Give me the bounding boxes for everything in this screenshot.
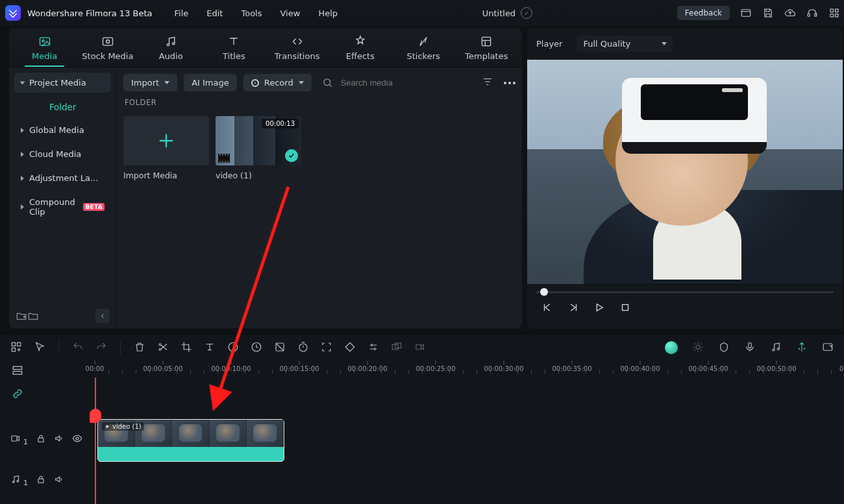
plus-icon xyxy=(157,132,175,150)
tab-stock-media[interactable]: Stock Media xyxy=(76,28,139,67)
chevron-down-icon xyxy=(299,81,304,84)
tab-titles[interactable]: Titles xyxy=(203,28,266,67)
record-icon xyxy=(251,79,259,87)
text-tool-icon[interactable] xyxy=(204,341,216,355)
tab-audio[interactable]: Audio xyxy=(140,28,203,67)
delete-icon[interactable] xyxy=(134,341,145,355)
mute-track-icon[interactable] xyxy=(54,474,64,486)
reverse-icon[interactable] xyxy=(251,341,262,355)
lock-track-icon[interactable] xyxy=(36,433,46,446)
new-folder-icon[interactable] xyxy=(16,310,27,322)
expand-timeline-icon[interactable] xyxy=(822,341,834,355)
next-frame-button[interactable] xyxy=(567,302,579,315)
search-input[interactable] xyxy=(340,77,443,88)
record-dropdown[interactable]: Record xyxy=(243,74,312,91)
keyframe-icon[interactable] xyxy=(344,341,356,355)
tab-templates[interactable]: Templates xyxy=(455,28,518,67)
folder-icon[interactable] xyxy=(27,310,39,322)
timeline-clip-video-1[interactable]: video (1) xyxy=(97,419,284,462)
svg-point-10 xyxy=(106,40,109,43)
tab-effects[interactable]: Effects xyxy=(329,28,391,67)
caret-down-icon xyxy=(20,81,25,84)
layout-icon[interactable] xyxy=(740,7,752,19)
save-icon[interactable] xyxy=(762,7,774,19)
seek-bar[interactable] xyxy=(536,290,834,294)
media-asset-video-1[interactable]: 00:00:13 video (1) xyxy=(216,116,301,180)
mute-track-icon[interactable] xyxy=(54,433,64,446)
feedback-button[interactable]: Feedback xyxy=(677,6,730,20)
document-title: Untitled xyxy=(482,8,515,18)
svg-point-37 xyxy=(76,437,79,440)
player-quality-dropdown[interactable]: Full Quality xyxy=(577,36,673,52)
menu-help[interactable]: Help xyxy=(318,8,338,18)
sidebar-item-folder[interactable]: Folder xyxy=(14,97,111,116)
color-icon[interactable] xyxy=(274,341,286,355)
tab-media[interactable]: Media xyxy=(13,28,76,67)
redo-icon[interactable] xyxy=(95,341,107,355)
svg-rect-27 xyxy=(416,344,421,350)
support-headset-icon[interactable] xyxy=(806,7,818,19)
timer-icon[interactable] xyxy=(297,341,309,355)
import-media-tile[interactable]: Import Media xyxy=(123,116,209,180)
app-logo xyxy=(5,5,21,21)
collapse-sidebar-button[interactable] xyxy=(95,309,110,323)
filter-icon[interactable] xyxy=(482,76,493,90)
tab-transitions[interactable]: Transitions xyxy=(266,28,329,67)
menu-view[interactable]: View xyxy=(280,8,301,18)
sidebar-item-adjustment-layer[interactable]: Adjustment La... xyxy=(14,168,111,188)
stop-button[interactable] xyxy=(619,302,631,315)
group-icon[interactable] xyxy=(391,341,403,355)
ai-assistant-icon[interactable] xyxy=(665,341,678,354)
playhead-handle[interactable] xyxy=(90,409,101,423)
svg-rect-17 xyxy=(18,342,21,346)
visibility-track-icon[interactable] xyxy=(72,433,82,446)
preview-viewport[interactable] xyxy=(527,60,843,284)
svg-rect-5 xyxy=(830,14,834,18)
menu-tools[interactable]: Tools xyxy=(241,8,262,18)
adjust-icon[interactable] xyxy=(367,341,379,355)
split-icon[interactable] xyxy=(157,341,169,355)
svg-rect-3 xyxy=(830,9,834,12)
caret-right-icon xyxy=(21,128,24,133)
cursor-tool-icon[interactable] xyxy=(34,341,45,355)
play-button[interactable] xyxy=(593,302,605,315)
menu-file[interactable]: File xyxy=(175,8,189,18)
svg-rect-6 xyxy=(836,14,839,18)
menu-edit[interactable]: Edit xyxy=(206,8,223,18)
lock-track-icon[interactable] xyxy=(36,474,46,486)
audio-mixer-icon[interactable] xyxy=(770,341,782,355)
transitions-tab-icon xyxy=(290,34,304,49)
crop-icon[interactable] xyxy=(180,341,192,355)
cloud-upload-icon[interactable] xyxy=(784,7,796,19)
marker-icon[interactable] xyxy=(718,341,730,355)
sidebar-item-global-media[interactable]: Global Media xyxy=(14,120,111,140)
seek-knob[interactable] xyxy=(540,288,548,296)
sidebar-item-cloud-media[interactable]: Cloud Media xyxy=(14,144,111,164)
caret-right-icon xyxy=(21,204,24,210)
sidebar-item-compound-clip[interactable]: Compound Clip BETA xyxy=(14,192,111,222)
ai-image-button[interactable]: AI Image xyxy=(184,74,237,91)
playhead[interactable] xyxy=(95,378,96,504)
stock-media-tab-icon xyxy=(101,34,115,49)
apps-grid-icon[interactable] xyxy=(828,7,840,19)
detect-icon[interactable] xyxy=(321,341,332,355)
voiceover-mic-icon[interactable] xyxy=(744,341,756,355)
add-track-icon[interactable] xyxy=(10,341,22,355)
tab-stickers[interactable]: Stickers xyxy=(392,28,455,67)
svg-rect-4 xyxy=(836,9,839,12)
more-options-icon[interactable] xyxy=(504,82,515,84)
enhance-icon[interactable] xyxy=(692,341,704,355)
timeline-thumbnail-toggle-icon[interactable] xyxy=(9,362,26,379)
timeline-ruler[interactable]: 00:0000:00:05:0000:00:10:0000:00:15:0000… xyxy=(95,361,844,378)
video-track-icon xyxy=(10,433,21,446)
speed-icon[interactable] xyxy=(227,341,239,355)
prev-frame-button[interactable] xyxy=(541,302,553,315)
render-icon[interactable] xyxy=(796,341,808,355)
svg-rect-36 xyxy=(38,438,43,442)
sidebar-item-project-media[interactable]: Project Media xyxy=(14,73,111,93)
caret-right-icon xyxy=(21,176,24,181)
import-dropdown[interactable]: Import xyxy=(123,74,177,91)
chevron-down-icon xyxy=(164,81,169,84)
undo-icon[interactable] xyxy=(72,341,84,355)
record-vo-icon[interactable] xyxy=(414,341,426,355)
